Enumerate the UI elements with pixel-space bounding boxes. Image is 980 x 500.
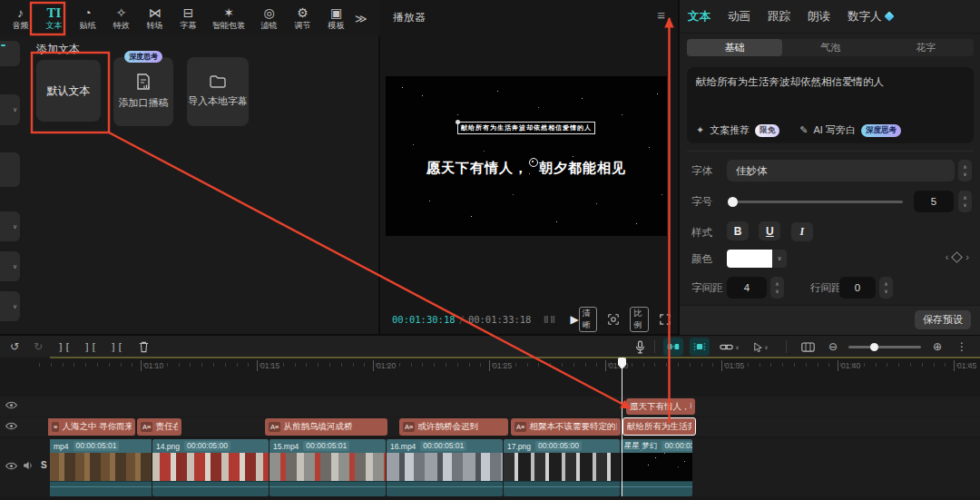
save-preset-button[interactable]: 保存预设 [915,310,971,329]
zoom-out-icon[interactable]: ⊖ [824,336,842,358]
toolbar-more-icon[interactable]: ≫ [355,12,368,25]
tab-tracking[interactable]: 跟踪 [768,9,790,25]
more-options-icon[interactable]: ⋮ [953,336,971,358]
preview-caption-main[interactable]: 愿天下有情人，朝夕都能相见 [426,158,626,177]
subtitle-clip[interactable]: A≡ 相聚本不该需要特定的日子... [511,418,621,436]
size-value[interactable]: 5 [914,191,954,212]
quality-button[interactable]: 清晰 [579,307,598,332]
collapsed-panel-item[interactable]: ∨ [0,251,20,281]
redo-icon[interactable]: ↻ [29,336,47,358]
collapsed-panel-item[interactable]: ∨ [0,94,20,125]
speaker-icon[interactable] [23,461,34,470]
import-subtitle-card[interactable]: 导入本地字幕 [187,57,249,126]
text-content-input[interactable]: 献给所有为生活奔波却依然相信爱情的人 ✦ 文案推荐 限免 ✎ AI 写旁白 深度… [687,67,974,143]
link-clips-icon[interactable]: ∨ [716,336,743,358]
video-clip[interactable]: mp400:00:05:01 [50,439,152,496]
clip-thumbnail [50,453,152,481]
eye-icon[interactable] [5,422,17,430]
split-icon[interactable]: ][ [54,336,74,358]
add-keyframe-icon[interactable] [951,251,963,263]
solo-button[interactable]: S [41,460,47,470]
bold-button[interactable]: B [727,221,749,240]
letter-spacing-value[interactable]: 4 [727,277,767,299]
subtab-fancy-text[interactable]: 花字 [878,39,974,56]
ratio-button[interactable]: 比例 [630,307,649,332]
collapsed-panel-item[interactable]: ∨ [0,291,20,321]
zoom-slider-handle[interactable] [870,343,878,351]
add-voiceover-card[interactable]: 深度思考 添加口播稿 [113,57,173,126]
timeline-ruler[interactable]: 01:10 01:15 01:20 01:25 01:30 01:35 01:4… [39,358,980,376]
toolbar-item-transition[interactable]: ⋈ 转场 [138,1,172,35]
auto-attach-icon[interactable] [662,336,684,358]
video-clip[interactable]: 14.png00:00:05:00 [152,439,269,496]
subtab-bubble[interactable]: 气泡 [782,39,877,56]
italic-button[interactable]: I [791,222,813,241]
chevron-down-icon: ∨ [775,288,779,295]
snap-icon[interactable] [689,336,710,358]
tab-text[interactable]: 文本 [688,9,710,25]
default-text-card[interactable]: 默认文本 [36,60,101,122]
underline-button[interactable]: U [759,221,780,240]
select-tool-icon[interactable]: ∨ [750,336,773,358]
line-spacing-stepper[interactable]: ∧∨ [879,277,893,299]
toolbar-item-template[interactable]: ▣ 模板 [319,1,353,35]
video-clip[interactable]: 16.mp400:00:05:01 [387,439,503,496]
subtitle-clip[interactable]: A≡ 从前鹊鸟填河成桥 [265,418,387,436]
playhead[interactable] [622,358,622,496]
video-preview[interactable]: 献给所有为生活奔波却依然相信爱情的人 愿天下有情人，朝夕都能相见 [386,76,667,236]
tab-animation[interactable]: 动画 [728,9,750,25]
subtitle-clip[interactable]: ≡ 人海之中 寻你而来 短暂相 [48,418,135,436]
toolbar-item-effects[interactable]: ✧ 特效 [104,1,138,35]
subtab-basic[interactable]: 基础 [687,39,782,56]
font-label: 字体 [691,164,712,178]
toolbar-item-adjust[interactable]: ⚙ 调节 [286,1,319,35]
fullscreen-icon[interactable] [660,314,671,325]
play-button[interactable]: ▶ [570,313,578,326]
inspector-panel: 文本 动画 跟踪 朗读 数字人 基础 气泡 花字 献给所有为生活奔波却依然相信爱… [680,0,980,334]
collapsed-panel-item[interactable] [0,152,20,187]
toolbar-item-filter[interactable]: ◎ 滤镜 [252,1,286,35]
undo-icon[interactable]: ↺ [5,336,24,358]
trim-left-icon[interactable]: ][ [81,336,101,358]
preview-frames-icon[interactable] [797,336,818,358]
collapsed-panel-item[interactable] [0,41,20,66]
toolbar-item-audio[interactable]: ♪ 音频 [4,1,37,35]
record-mic-icon[interactable] [631,336,649,358]
preview-caption-selected[interactable]: 献给所有为生活奔波却依然相信爱情的人 [457,122,595,134]
subtitle-clip-selected[interactable]: 献给所有为生活奔波 [622,417,696,436]
delete-icon[interactable] [133,336,153,358]
subtitle-clip[interactable]: A≡ 或许鹊桥会迟到 [399,418,508,436]
tab-digital-human[interactable]: 数字人 [848,9,893,25]
toolbar-item-smart-pack[interactable]: ✶ 智能包装 [205,1,252,35]
prev-keyframe-icon[interactable]: ‹ [946,251,949,262]
collapsed-panel-item[interactable]: ∨ [0,211,20,241]
ai-voiceover-button[interactable]: AI 写旁白 [813,123,855,137]
video-clip[interactable]: 15.mp400:00:05:01 [270,439,386,496]
color-picker[interactable]: ∨ [727,250,787,268]
letter-spacing-stepper[interactable]: ∧∨ [770,277,784,299]
eye-icon[interactable] [5,401,17,409]
frame-compare-icon[interactable] [544,315,555,324]
video-clip[interactable]: 17.png00:00:05:00 [504,439,620,496]
copy-suggest-button[interactable]: 文案推荐 [710,123,750,137]
eye-icon[interactable] [5,462,17,470]
subtitle-clip[interactable]: A≡ 责任在身 [137,418,181,436]
line-spacing-value[interactable]: 0 [839,277,876,299]
zoom-in-icon[interactable]: ⊕ [928,336,946,358]
trim-right-icon[interactable]: ][ [107,336,127,358]
size-slider-handle[interactable] [728,197,738,207]
size-slider[interactable] [729,201,903,203]
font-stepper[interactable]: ∧∨ [958,160,972,181]
tab-reading[interactable]: 朗读 [808,9,830,25]
player-menu-icon[interactable]: ≡ [657,7,665,23]
focus-icon[interactable] [608,314,619,325]
size-stepper[interactable]: ∧∨ [958,191,972,212]
toolbar-item-sticker[interactable]: ◔ 贴纸 [71,1,104,35]
timeline-zoom-slider[interactable] [848,336,921,358]
next-keyframe-icon[interactable]: › [965,251,969,262]
text-clip[interactable]: 愿天下有情人，朝夕 [626,398,695,415]
video-clip[interactable]: 星星 梦幻00:00:03 [621,439,692,496]
font-select[interactable]: 佳妙体 [727,160,955,181]
toolbar-item-captions[interactable]: ⊟ 字幕 [172,1,205,35]
toolbar-item-text[interactable]: TI 文本 [37,1,71,35]
